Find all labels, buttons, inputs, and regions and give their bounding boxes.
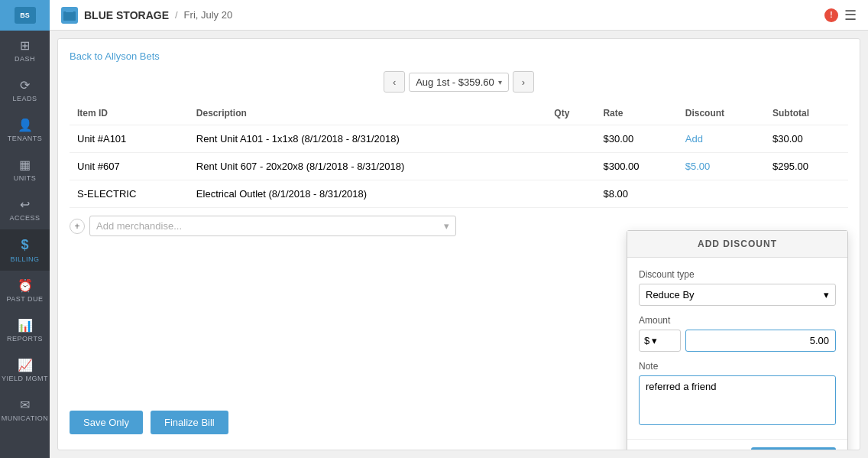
reports-icon: 📊 [18,318,33,333]
sidebar-label-dash: DASH [15,55,35,63]
sidebar-item-units[interactable]: ▦ UNITS [0,150,50,190]
discount-type-select[interactable]: Reduce By ▾ [639,284,836,306]
col-qty: Qty [546,102,595,125]
period-select[interactable]: Aug 1st - $359.60 ▾ [409,73,509,92]
leads-icon: ⟳ [20,78,30,93]
popup-footer: Cancel Add discount [627,439,847,450]
sidebar-label-reports: REPORTS [7,335,43,343]
col-item-id: Item ID [70,102,189,125]
sidebar-item-dash[interactable]: ⊞ DASH [0,31,50,70]
col-subtotal: Subtotal [765,102,848,125]
table-row: Unit #607 Rent Unit 607 - 20x20x8 (8/1/2… [70,153,848,180]
table-body: Unit #A101 Rent Unit A101 - 1x1x8 (8/1/2… [70,125,848,208]
comm-icon: ✉ [20,398,30,412]
row3-qty [546,180,595,208]
sidebar: BS ⊞ DASH ⟳ LEADS 👤 TENANTS ▦ UNITS ↩ AC… [0,0,50,458]
add-merchandise-dropdown-icon: ▾ [444,220,449,232]
amount-input[interactable] [685,330,836,352]
discount-type-label: Discount type [639,269,836,280]
prev-icon: ‹ [393,76,396,88]
sidebar-item-billing[interactable]: $ BILLING [0,229,50,271]
row1-item-id: Unit #A101 [70,125,189,153]
next-icon: › [522,76,525,88]
row2-discount: $5.00 [678,153,765,180]
header-right: ! ☰ [824,7,857,24]
billing-table: Item ID Description Qty Rate Discount Su… [70,102,848,208]
header-date: Fri, July 20 [184,9,233,21]
add-merchandise-placeholder: Add merchandise... [96,220,182,232]
table-row: S-ELECTRIC Electrical Outlet (8/1/2018 -… [70,180,848,208]
next-period-button[interactable]: › [513,71,534,93]
sidebar-label-past-due: PAST DUE [6,295,43,303]
finalize-bill-button[interactable]: Finalize Bill [151,411,228,434]
row1-qty [546,125,595,153]
amount-label: Amount [639,315,836,326]
row2-subtotal: $295.00 [765,153,848,180]
row3-discount [678,180,765,208]
units-icon: ▦ [19,158,31,172]
row2-item-id: Unit #607 [70,153,189,180]
table-header: Item ID Description Qty Rate Discount Su… [70,102,848,125]
row1-discount: Add [678,125,765,153]
sidebar-item-reports[interactable]: 📊 REPORTS [0,310,50,350]
row3-item-id: S-ELECTRIC [70,180,189,208]
table-header-row: Item ID Description Qty Rate Discount Su… [70,102,848,125]
header-divider: / [175,9,178,21]
sidebar-item-access[interactable]: ↩ ACCESS [0,190,50,229]
row1-description: Rent Unit A101 - 1x1x8 (8/1/2018 - 8/31/… [189,125,547,153]
main-area: BLUE STORAGE / Fri, July 20 ! ☰ Back to … [50,0,868,458]
row2-qty [546,153,595,180]
row1-subtotal: $30.00 [765,125,848,153]
sidebar-label-comm: MUNICATION [2,414,48,422]
note-label: Note [639,361,836,372]
row3-description: Electrical Outlet (8/1/2018 - 8/31/2018) [189,180,547,208]
popup-title: ADD DISCOUNT [627,231,847,258]
row2-discount-value[interactable]: $5.00 [685,161,711,172]
header: BLUE STORAGE / Fri, July 20 ! ☰ [50,0,868,31]
save-only-button[interactable]: Save Only [70,411,143,434]
dash-icon: ⊞ [20,38,30,53]
prev-period-button[interactable]: ‹ [384,71,405,93]
back-link[interactable]: Back to Allyson Bets [70,50,160,62]
sidebar-label-billing: BILLING [10,255,39,263]
discount-type-dropdown-icon: ▾ [824,289,829,300]
col-discount: Discount [678,102,765,125]
discount-type-value: Reduce By [646,289,695,300]
add-merchandise-select[interactable]: Add merchandise... ▾ [89,216,456,236]
past-due-icon: ⏰ [18,278,33,293]
add-discount-popup: ADD DISCOUNT Discount type Reduce By ▾ A… [627,230,848,450]
svg-rect-0 [63,11,76,21]
sidebar-label-leads: LEADS [12,95,37,102]
note-textarea[interactable]: referred a friend [639,375,836,425]
row2-description: Rent Unit 607 - 20x20x8 (8/1/2018 - 8/31… [189,153,547,180]
col-description: Description [189,102,547,125]
sidebar-label-access: ACCESS [9,214,40,222]
content-area: Back to Allyson Bets ‹ Aug 1st - $359.60… [57,38,860,450]
sidebar-label-yield: YIELD MGMT [2,375,48,382]
period-dropdown-icon: ▾ [498,78,502,86]
row3-rate: $8.00 [595,180,677,208]
col-rate: Rate [595,102,677,125]
currency-select[interactable]: $ ▾ [639,330,681,352]
period-nav: ‹ Aug 1st - $359.60 ▾ › [70,71,848,93]
sidebar-item-communication[interactable]: ✉ MUNICATION [0,390,50,430]
sidebar-label-units: UNITS [14,174,37,182]
billing-icon: $ [21,237,28,253]
logo-box: BS [15,7,36,24]
sidebar-item-yield-mgmt[interactable]: 📈 YIELD MGMT [0,350,50,390]
menu-icon[interactable]: ☰ [844,7,857,24]
add-merchandise-plus[interactable]: + [70,219,85,234]
sidebar-label-tenants: TENANTS [8,135,43,142]
notification-badge[interactable]: ! [824,8,838,22]
sidebar-item-past-due[interactable]: ⏰ PAST DUE [0,271,50,310]
add-discount-button[interactable]: Add discount [751,447,836,450]
currency-symbol: $ [644,335,649,346]
popup-body: Discount type Reduce By ▾ Amount $ ▾ Not… [627,258,847,439]
sidebar-logo: BS [0,0,50,31]
sidebar-item-tenants[interactable]: 👤 TENANTS [0,110,50,150]
sidebar-item-leads[interactable]: ⟳ LEADS [0,70,50,110]
amount-row: $ ▾ [639,330,836,352]
row1-discount-add-link[interactable]: Add [685,133,703,145]
row1-rate: $30.00 [595,125,677,153]
svg-rect-1 [66,9,73,12]
